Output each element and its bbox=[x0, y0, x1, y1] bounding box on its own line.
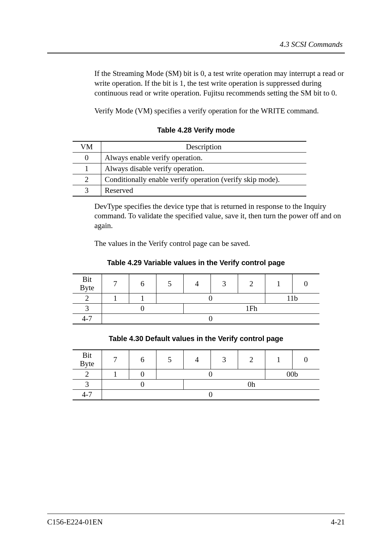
byte-label: 4-7 bbox=[73, 390, 102, 400]
cell-vm: 1 bbox=[73, 163, 101, 174]
bit-header: 7 bbox=[102, 274, 129, 293]
cell-bits1-0: 11b bbox=[265, 293, 319, 304]
byte-label: 3 bbox=[73, 304, 102, 314]
bit-header: 3 bbox=[211, 350, 238, 369]
table-row: 3 0 1Fh bbox=[73, 304, 319, 314]
table-row: Bit Byte 7 6 5 4 3 2 1 0 bbox=[73, 350, 319, 369]
table-4-29-caption: Table 4.29 Variable values in the Verify… bbox=[47, 259, 345, 267]
table-row: 4-7 0 bbox=[73, 390, 319, 400]
cell-bits-all: 0 bbox=[102, 314, 319, 324]
bit-header: 6 bbox=[129, 350, 156, 369]
cell-desc: Conditionally enable verify operation (v… bbox=[101, 174, 306, 185]
bit-byte-label: Bit Byte bbox=[73, 274, 102, 293]
bit-byte-label: Bit Byte bbox=[73, 350, 102, 369]
cell-vm: 0 bbox=[73, 152, 101, 163]
paragraph-devtype: DevType specifies the device type that i… bbox=[94, 202, 345, 231]
footer-doc-id: C156-E224-01EN bbox=[47, 518, 103, 527]
cell-bit6: 0 bbox=[129, 369, 156, 380]
table-row: 2 1 1 0 11b bbox=[73, 293, 319, 304]
label-byte: Byte bbox=[80, 283, 94, 292]
cell-desc: Reserved bbox=[101, 185, 306, 196]
cell-bits4-0: 1Fh bbox=[183, 304, 319, 314]
cell-bits4-0: 0h bbox=[183, 380, 319, 390]
table-row: 4-7 0 bbox=[73, 314, 319, 324]
table-4-28-caption: Table 4.28 Verify mode bbox=[47, 126, 345, 134]
byte-label: 3 bbox=[73, 380, 102, 390]
cell-bit6: 1 bbox=[129, 293, 156, 304]
cell-bits7-5: 0 bbox=[102, 380, 183, 390]
table-4-30: Bit Byte 7 6 5 4 3 2 1 0 2 1 0 0 00b 3 0… bbox=[73, 349, 319, 400]
section-header: 4.3 SCSI Commands bbox=[47, 40, 345, 49]
bit-header: 6 bbox=[129, 274, 156, 293]
byte-label: 4-7 bbox=[73, 314, 102, 324]
bit-header: 2 bbox=[238, 274, 265, 293]
bit-header: 4 bbox=[183, 274, 211, 293]
bit-header: 4 bbox=[183, 350, 211, 369]
cell-vm: 3 bbox=[73, 185, 101, 196]
cell-bits-all: 0 bbox=[102, 390, 319, 400]
col-header-vm: VM bbox=[73, 141, 101, 153]
cell-bits1-0: 00b bbox=[265, 369, 319, 380]
cell-desc: Always disable verify operation. bbox=[101, 163, 306, 174]
table-row: VM Description bbox=[73, 141, 306, 153]
label-bit: Bit bbox=[82, 275, 92, 284]
page-footer: C156-E224-01EN 4-21 bbox=[47, 514, 345, 527]
table-row: Bit Byte 7 6 5 4 3 2 1 0 bbox=[73, 274, 319, 293]
table-row: 2 1 0 0 00b bbox=[73, 369, 319, 380]
paragraph-sm-bit: If the Streaming Mode (SM) bit is 0, a t… bbox=[94, 69, 345, 98]
bit-header: 2 bbox=[238, 350, 265, 369]
table-row: 3 0 0h bbox=[73, 380, 319, 390]
paragraph-saveable: The values in the Verify control page ca… bbox=[94, 239, 345, 248]
cell-bit7: 1 bbox=[102, 293, 129, 304]
col-header-desc: Description bbox=[101, 141, 306, 153]
byte-label: 2 bbox=[73, 369, 102, 380]
bit-header: 5 bbox=[156, 274, 183, 293]
label-bit: Bit bbox=[82, 351, 92, 360]
paragraph-vm-intro: Verify Mode (VM) specifies a verify oper… bbox=[94, 106, 345, 116]
bit-header: 3 bbox=[211, 274, 238, 293]
bit-header: 0 bbox=[292, 274, 319, 293]
bit-header: 1 bbox=[265, 274, 292, 293]
table-4-30-caption: Table 4.30 Default values in the Verify … bbox=[47, 335, 345, 343]
cell-desc: Always enable verify operation. bbox=[101, 152, 306, 163]
cell-bits7-5: 0 bbox=[102, 304, 183, 314]
bit-header: 5 bbox=[156, 350, 183, 369]
cell-vm: 2 bbox=[73, 174, 101, 185]
bit-header: 7 bbox=[102, 350, 129, 369]
table-row: 1 Always disable verify operation. bbox=[73, 163, 306, 174]
byte-label: 2 bbox=[73, 293, 102, 304]
bit-header: 0 bbox=[292, 350, 319, 369]
footer-rule bbox=[47, 514, 345, 514]
table-4-28: VM Description 0 Always enable verify op… bbox=[73, 141, 306, 197]
table-row: 0 Always enable verify operation. bbox=[73, 152, 306, 163]
cell-bits5-2: 0 bbox=[156, 293, 265, 304]
cell-bits5-2: 0 bbox=[156, 369, 265, 380]
label-byte: Byte bbox=[80, 359, 94, 368]
bit-header: 1 bbox=[265, 350, 292, 369]
header-rule bbox=[47, 53, 345, 53]
table-4-29: Bit Byte 7 6 5 4 3 2 1 0 2 1 1 0 11b 3 0… bbox=[73, 274, 319, 324]
table-row: 2 Conditionally enable verify operation … bbox=[73, 174, 306, 185]
table-row: 3 Reserved bbox=[73, 185, 306, 196]
cell-bit7: 1 bbox=[102, 369, 129, 380]
footer-page-number: 4-21 bbox=[331, 518, 345, 527]
